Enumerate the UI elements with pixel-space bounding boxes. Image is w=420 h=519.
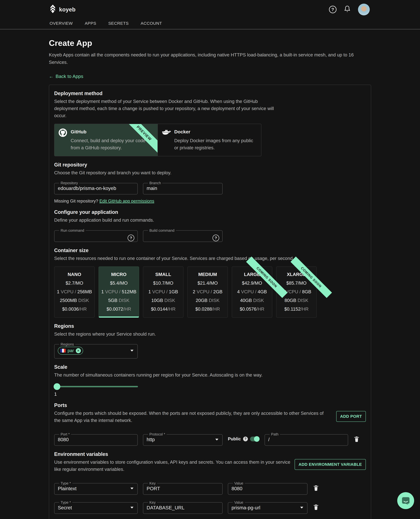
- branch-input[interactable]: [147, 185, 219, 192]
- protocol-select[interactable]: Protocol * http: [143, 432, 223, 446]
- nav-tab-apps[interactable]: APPS: [85, 21, 96, 26]
- path-input[interactable]: [268, 436, 345, 444]
- nav-actions: ?: [329, 4, 370, 15]
- public-toggle-group: Public ?: [228, 436, 259, 442]
- configure-heading: Configure your application: [54, 209, 366, 215]
- branch-field: Branch: [143, 181, 223, 195]
- env-heading: Environment variables: [54, 451, 295, 457]
- env-description: Use environment variables to store confi…: [54, 459, 295, 473]
- docker-option-title: Docker: [174, 129, 255, 135]
- avatar[interactable]: [358, 4, 370, 15]
- size-card-medium[interactable]: MEDIUM $21.4/MO 2 VCPU / 2GB 20GB DISK $…: [188, 266, 228, 318]
- remove-region-icon[interactable]: ✕: [76, 348, 81, 353]
- deployment-option-github[interactable]: GitHub Connect, build and deploy your co…: [54, 124, 158, 156]
- bell-icon[interactable]: [344, 5, 351, 14]
- nav-tab-secrets[interactable]: SECRETS: [108, 21, 129, 26]
- build-command-input[interactable]: [147, 233, 219, 240]
- env-type-select[interactable]: Type * Plaintext: [54, 481, 138, 495]
- slider-rail[interactable]: [54, 386, 138, 387]
- scale-section: Scale The number of simultaneous contain…: [54, 364, 366, 397]
- github-option-description: Connect, build and deploy your code from…: [71, 137, 152, 151]
- back-to-apps-link[interactable]: ← Back to Apps: [49, 74, 83, 79]
- add-port-button[interactable]: ADD PORT: [336, 411, 366, 422]
- env-type-select[interactable]: Type * Secret: [54, 500, 138, 514]
- port-row: Port * Protocol * http Public ? Path: [54, 432, 366, 446]
- env-value-select[interactable]: Value prisma-pg-url: [228, 500, 308, 514]
- trash-icon: [313, 485, 319, 491]
- ports-section: Ports Configure the ports which should b…: [54, 402, 366, 446]
- port-input[interactable]: [58, 436, 134, 444]
- deployment-method-section: Deployment method Select the deployment …: [54, 90, 366, 157]
- delete-env-button[interactable]: [313, 504, 319, 510]
- git-repository-section: Git repository Choose the Git repository…: [54, 162, 366, 204]
- scale-description: The number of simultaneous containers ru…: [54, 371, 366, 378]
- path-field: Path: [265, 432, 348, 446]
- run-command-help-icon[interactable]: ?: [128, 234, 134, 241]
- git-heading: Git repository: [54, 162, 366, 168]
- env-key-input[interactable]: [147, 485, 219, 493]
- public-toggle[interactable]: [250, 436, 259, 441]
- main-content: Create App Koyeb Apps contain all the co…: [0, 29, 420, 519]
- env-value-field: Value: [228, 481, 308, 495]
- env-key-field: Key: [143, 500, 223, 514]
- delete-env-button[interactable]: [313, 485, 319, 491]
- slider-thumb[interactable]: [54, 383, 60, 390]
- regions-select[interactable]: Regions par ✕: [54, 342, 138, 359]
- size-card-small[interactable]: SMALL $10.7/MO 1 VCPU / 1GB 10GB DISK $0…: [143, 266, 183, 318]
- public-help-icon[interactable]: ?: [243, 436, 248, 441]
- region-chip-par[interactable]: par ✕: [58, 347, 83, 355]
- build-command-help-icon[interactable]: ?: [212, 234, 219, 241]
- docker-icon: [162, 128, 171, 151]
- chevron-down-icon: [300, 507, 303, 509]
- page-title: Create App: [49, 38, 371, 48]
- docker-option-description: Deploy Docker images from any public or …: [174, 137, 255, 151]
- nav-tabs: OVERVIEW APPS SECRETS ACCOUNT: [50, 21, 370, 29]
- chat-launcher[interactable]: [397, 492, 414, 509]
- edit-github-permissions-link[interactable]: Edit GitHub app permissions: [99, 199, 154, 203]
- configure-description: Define your application build and run co…: [54, 217, 366, 224]
- env-row: Type * Plaintext Key Value: [54, 481, 366, 495]
- env-value-input[interactable]: [232, 485, 304, 493]
- trash-icon: [313, 504, 319, 510]
- env-key-input[interactable]: [147, 505, 219, 512]
- ports-heading: Ports: [54, 402, 328, 408]
- repository-input[interactable]: [58, 185, 134, 192]
- env-row: Type * Secret Key Value prisma-pg-url: [54, 500, 366, 514]
- deployment-option-docker[interactable]: Docker Deploy Docker images from any pub…: [158, 124, 261, 156]
- size-card-nano[interactable]: NANO $2.7/MO 1 VCPU / 256MB 2500MB DISK …: [54, 266, 95, 318]
- scale-slider[interactable]: [54, 383, 138, 390]
- arrow-left-icon: ←: [49, 74, 54, 79]
- github-icon: [58, 128, 67, 151]
- scale-heading: Scale: [54, 364, 366, 370]
- top-nav: koyeb ? OVERVIEW APPS SECRETS ACCOUNT: [0, 0, 420, 29]
- configure-application-section: Configure your application Define your a…: [54, 209, 366, 242]
- deployment-options: GitHub Connect, build and deploy your co…: [54, 124, 261, 156]
- run-command-input[interactable]: [58, 233, 134, 240]
- docker-option-text: Docker Deploy Docker images from any pub…: [174, 128, 255, 151]
- missing-repo-line: Missing Git repository? Edit GitHub app …: [54, 199, 366, 204]
- france-flag-icon: [60, 349, 66, 353]
- git-fields-row: Repository Branch: [54, 181, 366, 195]
- command-fields-row: Run command ? Build command ?: [54, 228, 366, 242]
- chevron-down-icon: [215, 439, 218, 441]
- environment-variables-section: Environment variables Use environment va…: [54, 451, 366, 514]
- size-card-micro[interactable]: MICRO $5.4/MO 1 VCPU / 512MB 5GB DISK $0…: [98, 266, 139, 318]
- chevron-down-icon: [130, 507, 134, 509]
- chat-bubble-icon: [401, 496, 410, 505]
- git-description: Choose the Git repository and branch you…: [54, 169, 366, 176]
- delete-port-button[interactable]: [353, 436, 360, 442]
- container-size-description: Select the resources needed to run one c…: [54, 255, 366, 262]
- koyeb-logo[interactable]: koyeb: [50, 5, 75, 14]
- help-icon[interactable]: ?: [329, 6, 337, 13]
- ports-description: Configure the ports which should be expo…: [54, 410, 328, 424]
- public-label: Public: [228, 436, 241, 442]
- chevron-down-icon: [130, 350, 134, 352]
- nav-tab-overview[interactable]: OVERVIEW: [50, 21, 73, 26]
- add-environment-variable-button[interactable]: ADD ENVIRONMENT VARIABLE: [295, 459, 366, 470]
- env-key-field: Key: [143, 481, 223, 495]
- chevron-down-icon: [130, 488, 134, 489]
- size-card-large: LARGE $42.9/MO 4 VCPU / 4GB 40GB DISK $0…: [232, 266, 272, 318]
- deployment-heading: Deployment method: [54, 90, 366, 96]
- nav-tab-account[interactable]: ACCOUNT: [141, 21, 162, 26]
- trash-icon: [353, 436, 360, 442]
